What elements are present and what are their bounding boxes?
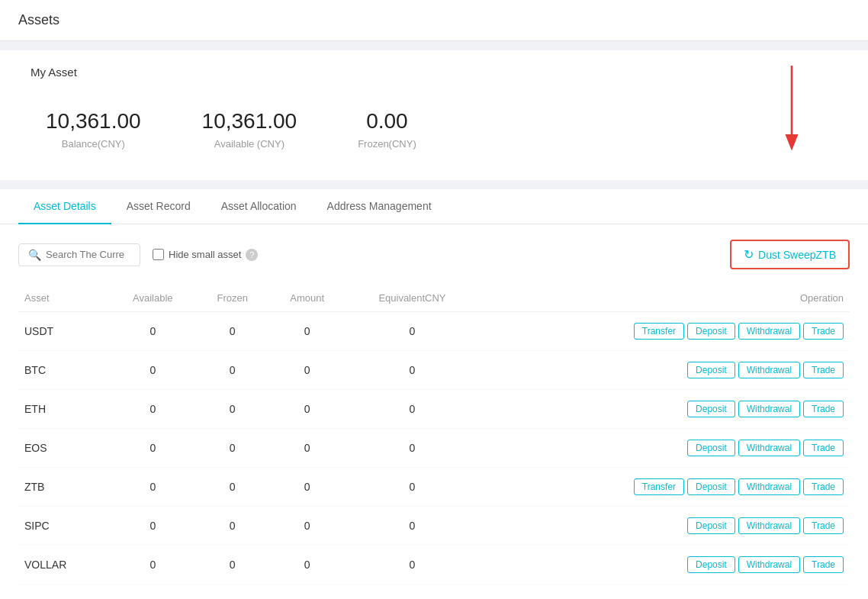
- th-amount: Amount: [268, 285, 346, 312]
- cell-amount: 0: [268, 546, 346, 585]
- tab-address-management[interactable]: Address Management: [312, 189, 447, 224]
- sync-icon: ↻: [744, 247, 754, 262]
- frozen-value: 0.00: [358, 109, 416, 134]
- op-btn-trade[interactable]: Trade: [803, 401, 844, 417]
- table-row: BTC0000DepositWithdrawalTrade: [18, 351, 850, 390]
- op-btn-withdrawal[interactable]: Withdrawal: [738, 517, 800, 534]
- cell-asset: SIPC: [18, 507, 109, 546]
- cell-available: 0: [109, 390, 196, 429]
- dust-sweep-button[interactable]: ↻ Dust SweepZTB: [730, 240, 850, 269]
- op-btn-trade[interactable]: Trade: [803, 556, 844, 573]
- frozen-label: Frozen(CNY): [358, 138, 416, 150]
- cell-operations: DepositWithdrawalTrade: [478, 546, 850, 585]
- cell-amount: 0: [268, 429, 346, 468]
- cell-available: 0: [109, 546, 196, 585]
- op-btn-trade[interactable]: Trade: [803, 440, 844, 456]
- assets-header: Assets: [0, 0, 868, 41]
- toolbar-left: 🔍 Hide small asset ?: [18, 243, 258, 266]
- hide-small-asset-label[interactable]: Hide small asset ?: [153, 249, 258, 261]
- cell-asset: ZTB: [18, 468, 109, 507]
- cell-equivalentcny: 0: [346, 351, 478, 390]
- search-icon: 🔍: [28, 249, 41, 261]
- table-row: ZTB0000TransferDepositWithdrawalTrade: [18, 468, 850, 507]
- cell-operations: TransferDepositWithdrawalTrade: [478, 468, 850, 507]
- search-input[interactable]: [46, 249, 130, 260]
- tab-asset-details[interactable]: Asset Details: [18, 189, 111, 224]
- op-btn-deposit[interactable]: Deposit: [687, 323, 735, 340]
- cell-frozen: 0: [197, 507, 268, 546]
- op-btn-trade[interactable]: Trade: [803, 362, 844, 378]
- cell-operations: DepositWithdrawalTrade: [478, 351, 850, 390]
- op-btn-deposit[interactable]: Deposit: [687, 440, 735, 456]
- table-row: EOS0000DepositWithdrawalTrade: [18, 429, 850, 468]
- cell-frozen: 0: [197, 390, 268, 429]
- asset-table: Asset Available Frozen Amount Equivalent…: [18, 285, 850, 585]
- toolbar: 🔍 Hide small asset ? ↻ Dust SweepZTB: [18, 240, 850, 269]
- cell-available: 0: [109, 507, 196, 546]
- cell-asset: ETH: [18, 390, 109, 429]
- available-value: 10,361.00: [202, 109, 297, 134]
- cell-equivalentcny: 0: [346, 429, 478, 468]
- th-equivalent-cny: EquivalentCNY: [346, 285, 478, 312]
- available-stat: 10,361.00 Available (CNY): [202, 109, 297, 150]
- op-btn-withdrawal[interactable]: Withdrawal: [738, 362, 800, 378]
- op-btn-withdrawal[interactable]: Withdrawal: [738, 440, 800, 456]
- cell-equivalentcny: 0: [346, 312, 478, 351]
- tab-asset-allocation[interactable]: Asset Allocation: [206, 189, 312, 224]
- op-btn-trade[interactable]: Trade: [803, 323, 844, 340]
- th-asset: Asset: [18, 285, 109, 312]
- available-label: Available (CNY): [202, 138, 297, 150]
- op-btn-transfer[interactable]: Transfer: [634, 323, 684, 340]
- cell-amount: 0: [268, 468, 346, 507]
- table-row: SIPC0000DepositWithdrawalTrade: [18, 507, 850, 546]
- cell-frozen: 0: [197, 468, 268, 507]
- page-title: Assets: [18, 12, 59, 27]
- cell-equivalentcny: 0: [346, 507, 478, 546]
- cell-amount: 0: [268, 390, 346, 429]
- cell-available: 0: [109, 429, 196, 468]
- cell-frozen: 0: [197, 429, 268, 468]
- op-btn-trade[interactable]: Trade: [803, 517, 844, 534]
- tab-asset-record[interactable]: Asset Record: [111, 189, 206, 224]
- table-row: ETH0000DepositWithdrawalTrade: [18, 390, 850, 429]
- asset-stats: 10,361.00 Balance(CNY) 10,361.00 Availab…: [31, 101, 837, 157]
- op-btn-transfer[interactable]: Transfer: [634, 478, 684, 495]
- hide-small-asset-text: Hide small asset: [169, 249, 241, 260]
- op-btn-deposit[interactable]: Deposit: [687, 556, 735, 573]
- search-box[interactable]: 🔍: [18, 243, 140, 266]
- cell-asset: BTC: [18, 351, 109, 390]
- cell-equivalentcny: 0: [346, 468, 478, 507]
- tabs-section: Asset Details Asset Record Asset Allocat…: [0, 189, 868, 599]
- op-btn-withdrawal[interactable]: Withdrawal: [738, 323, 800, 340]
- op-btn-withdrawal[interactable]: Withdrawal: [738, 556, 800, 573]
- frozen-stat: 0.00 Frozen(CNY): [358, 109, 416, 150]
- hide-small-asset-checkbox[interactable]: [153, 249, 164, 260]
- balance-stat: 10,361.00 Balance(CNY): [46, 109, 141, 150]
- cell-amount: 0: [268, 351, 346, 390]
- tabs-bar: Asset Details Asset Record Asset Allocat…: [0, 189, 868, 224]
- content-area: 🔍 Hide small asset ? ↻ Dust SweepZTB: [0, 224, 868, 599]
- cell-frozen: 0: [197, 351, 268, 390]
- dust-sweep-label: Dust SweepZTB: [758, 249, 836, 261]
- help-icon[interactable]: ?: [246, 249, 258, 261]
- cell-amount: 0: [268, 312, 346, 351]
- cell-amount: 0: [268, 507, 346, 546]
- cell-operations: DepositWithdrawalTrade: [478, 429, 850, 468]
- cell-equivalentcny: 0: [346, 546, 478, 585]
- cell-operations: DepositWithdrawalTrade: [478, 390, 850, 429]
- op-btn-deposit[interactable]: Deposit: [687, 517, 735, 534]
- op-btn-withdrawal[interactable]: Withdrawal: [738, 401, 800, 417]
- balance-value: 10,361.00: [46, 109, 141, 134]
- table-header-row: Asset Available Frozen Amount Equivalent…: [18, 285, 850, 312]
- page-wrapper: Assets My Asset 10,361.00 Balance(CNY) 1…: [0, 0, 868, 599]
- table-row: VOLLAR0000DepositWithdrawalTrade: [18, 546, 850, 585]
- op-btn-deposit[interactable]: Deposit: [687, 362, 735, 378]
- op-btn-withdrawal[interactable]: Withdrawal: [738, 478, 800, 495]
- op-btn-trade[interactable]: Trade: [803, 478, 844, 495]
- th-operation: Operation: [478, 285, 850, 312]
- cell-equivalentcny: 0: [346, 390, 478, 429]
- op-btn-deposit[interactable]: Deposit: [687, 478, 735, 495]
- cell-frozen: 0: [197, 312, 268, 351]
- cell-asset: VOLLAR: [18, 546, 109, 585]
- op-btn-deposit[interactable]: Deposit: [687, 401, 735, 417]
